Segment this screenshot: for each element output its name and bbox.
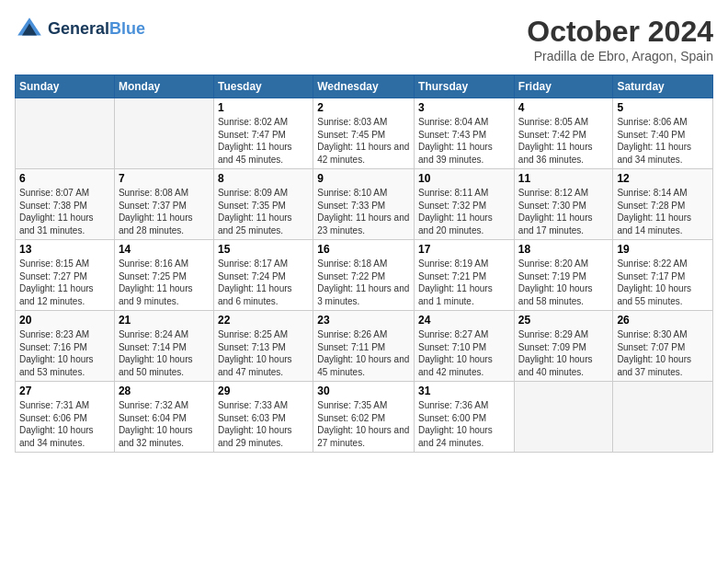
calendar-cell: 27Sunrise: 7:31 AMSunset: 6:06 PMDayligh… — [16, 382, 115, 453]
day-number: 9 — [317, 172, 410, 185]
calendar-week-5: 27Sunrise: 7:31 AMSunset: 6:06 PMDayligh… — [16, 382, 713, 453]
calendar-week-1: 1Sunrise: 8:02 AMSunset: 7:47 PMDaylight… — [16, 98, 713, 169]
day-info: Sunrise: 8:02 AMSunset: 7:47 PMDaylight:… — [218, 116, 309, 166]
calendar-cell: 7Sunrise: 8:08 AMSunset: 7:37 PMDaylight… — [114, 169, 213, 240]
day-info: Sunrise: 8:27 AMSunset: 7:10 PMDaylight:… — [418, 328, 510, 378]
calendar-cell: 6Sunrise: 8:07 AMSunset: 7:38 PMDaylight… — [16, 169, 115, 240]
day-info: Sunrise: 8:26 AMSunset: 7:11 PMDaylight:… — [317, 328, 410, 378]
day-number: 16 — [317, 243, 410, 256]
calendar-cell: 26Sunrise: 8:30 AMSunset: 7:07 PMDayligh… — [613, 311, 713, 382]
day-header-saturday: Saturday — [613, 75, 713, 98]
calendar-cell: 23Sunrise: 8:26 AMSunset: 7:11 PMDayligh… — [313, 311, 415, 382]
location-subtitle: Pradilla de Ebro, Aragon, Spain — [527, 49, 713, 63]
day-header-tuesday: Tuesday — [213, 75, 313, 98]
day-header-friday: Friday — [514, 75, 613, 98]
day-info: Sunrise: 8:09 AMSunset: 7:35 PMDaylight:… — [218, 187, 309, 236]
calendar-cell: 22Sunrise: 8:25 AMSunset: 7:13 PMDayligh… — [213, 311, 313, 382]
calendar-cell: 4Sunrise: 8:05 AMSunset: 7:42 PMDaylight… — [514, 98, 613, 169]
calendar-cell: 14Sunrise: 8:16 AMSunset: 7:25 PMDayligh… — [114, 240, 213, 311]
day-info: Sunrise: 8:18 AMSunset: 7:22 PMDaylight:… — [317, 258, 410, 307]
day-number: 5 — [617, 101, 709, 114]
calendar-cell: 24Sunrise: 8:27 AMSunset: 7:10 PMDayligh… — [415, 311, 515, 382]
day-number: 30 — [317, 385, 410, 397]
day-number: 21 — [119, 314, 210, 327]
day-info: Sunrise: 8:15 AMSunset: 7:27 PMDaylight:… — [19, 258, 110, 307]
calendar-cell: 20Sunrise: 8:23 AMSunset: 7:16 PMDayligh… — [16, 311, 115, 382]
day-info: Sunrise: 8:16 AMSunset: 7:25 PMDaylight:… — [119, 258, 210, 307]
day-info: Sunrise: 8:29 AMSunset: 7:09 PMDaylight:… — [518, 328, 609, 378]
day-info: Sunrise: 8:19 AMSunset: 7:21 PMDaylight:… — [418, 258, 510, 307]
calendar-cell: 16Sunrise: 8:18 AMSunset: 7:22 PMDayligh… — [313, 240, 415, 311]
calendar-cell: 13Sunrise: 8:15 AMSunset: 7:27 PMDayligh… — [16, 240, 115, 311]
day-header-thursday: Thursday — [415, 75, 515, 98]
day-info: Sunrise: 8:24 AMSunset: 7:14 PMDaylight:… — [119, 328, 210, 378]
calendar-cell: 11Sunrise: 8:12 AMSunset: 7:30 PMDayligh… — [514, 169, 613, 240]
calendar-table: SundayMondayTuesdayWednesdayThursdayFrid… — [15, 75, 713, 453]
day-number: 24 — [418, 314, 510, 327]
day-number: 12 — [617, 172, 709, 185]
day-number: 25 — [518, 314, 609, 327]
day-info: Sunrise: 8:11 AMSunset: 7:32 PMDaylight:… — [418, 187, 510, 236]
logo-icon — [15, 15, 44, 44]
day-info: Sunrise: 8:22 AMSunset: 7:17 PMDaylight:… — [617, 258, 709, 307]
calendar-cell: 12Sunrise: 8:14 AMSunset: 7:28 PMDayligh… — [613, 169, 713, 240]
day-number: 31 — [418, 385, 510, 397]
calendar-cell — [613, 382, 713, 453]
day-info: Sunrise: 8:08 AMSunset: 7:37 PMDaylight:… — [119, 187, 210, 236]
calendar-cell: 29Sunrise: 7:33 AMSunset: 6:03 PMDayligh… — [213, 382, 313, 453]
calendar-cell: 2Sunrise: 8:03 AMSunset: 7:45 PMDaylight… — [313, 98, 415, 169]
day-number: 11 — [518, 172, 609, 185]
day-info: Sunrise: 8:23 AMSunset: 7:16 PMDaylight:… — [19, 328, 110, 378]
calendar-cell: 9Sunrise: 8:10 AMSunset: 7:33 PMDaylight… — [313, 169, 415, 240]
day-number: 10 — [418, 172, 510, 185]
day-info: Sunrise: 8:07 AMSunset: 7:38 PMDaylight:… — [19, 187, 110, 236]
calendar-cell: 28Sunrise: 7:32 AMSunset: 6:04 PMDayligh… — [114, 382, 213, 453]
calendar-header-row: SundayMondayTuesdayWednesdayThursdayFrid… — [16, 75, 713, 98]
day-info: Sunrise: 8:06 AMSunset: 7:40 PMDaylight:… — [617, 116, 709, 166]
day-number: 18 — [518, 243, 609, 256]
day-info: Sunrise: 8:03 AMSunset: 7:45 PMDaylight:… — [317, 116, 410, 166]
day-info: Sunrise: 8:25 AMSunset: 7:13 PMDaylight:… — [218, 328, 309, 378]
day-info: Sunrise: 8:12 AMSunset: 7:30 PMDaylight:… — [518, 187, 609, 236]
day-number: 6 — [19, 172, 110, 185]
day-info: Sunrise: 7:32 AMSunset: 6:04 PMDaylight:… — [119, 399, 210, 449]
title-block: October 2024 Pradilla de Ebro, Aragon, S… — [527, 15, 713, 63]
day-number: 1 — [218, 101, 309, 114]
calendar-week-4: 20Sunrise: 8:23 AMSunset: 7:16 PMDayligh… — [16, 311, 713, 382]
logo: GeneralBlue — [15, 15, 145, 44]
calendar-week-3: 13Sunrise: 8:15 AMSunset: 7:27 PMDayligh… — [16, 240, 713, 311]
day-number: 23 — [317, 314, 410, 327]
calendar-cell: 31Sunrise: 7:36 AMSunset: 6:00 PMDayligh… — [415, 382, 515, 453]
day-number: 28 — [119, 385, 210, 397]
day-number: 15 — [218, 243, 309, 256]
day-number: 7 — [119, 172, 210, 185]
day-number: 19 — [617, 243, 709, 256]
month-title: October 2024 — [527, 15, 713, 49]
day-info: Sunrise: 8:14 AMSunset: 7:28 PMDaylight:… — [617, 187, 709, 236]
day-info: Sunrise: 7:35 AMSunset: 6:02 PMDaylight:… — [317, 399, 410, 449]
day-info: Sunrise: 8:10 AMSunset: 7:33 PMDaylight:… — [317, 187, 410, 236]
logo-text: GeneralBlue — [48, 20, 145, 39]
day-number: 29 — [218, 385, 309, 397]
day-number: 8 — [218, 172, 309, 185]
calendar-cell: 10Sunrise: 8:11 AMSunset: 7:32 PMDayligh… — [415, 169, 515, 240]
day-number: 27 — [19, 385, 110, 397]
calendar-cell: 21Sunrise: 8:24 AMSunset: 7:14 PMDayligh… — [114, 311, 213, 382]
calendar-cell: 18Sunrise: 8:20 AMSunset: 7:19 PMDayligh… — [514, 240, 613, 311]
calendar-cell: 8Sunrise: 8:09 AMSunset: 7:35 PMDaylight… — [213, 169, 313, 240]
day-number: 22 — [218, 314, 309, 327]
day-number: 2 — [317, 101, 410, 114]
day-info: Sunrise: 8:04 AMSunset: 7:43 PMDaylight:… — [418, 116, 510, 166]
day-number: 14 — [119, 243, 210, 256]
day-info: Sunrise: 7:31 AMSunset: 6:06 PMDaylight:… — [19, 399, 110, 449]
day-header-sunday: Sunday — [16, 75, 115, 98]
day-number: 4 — [518, 101, 609, 114]
calendar-cell: 3Sunrise: 8:04 AMSunset: 7:43 PMDaylight… — [415, 98, 515, 169]
day-info: Sunrise: 7:36 AMSunset: 6:00 PMDaylight:… — [418, 399, 510, 449]
day-info: Sunrise: 8:17 AMSunset: 7:24 PMDaylight:… — [218, 258, 309, 307]
day-number: 3 — [418, 101, 510, 114]
day-number: 26 — [617, 314, 709, 327]
day-header-monday: Monday — [114, 75, 213, 98]
calendar-cell — [16, 98, 115, 169]
calendar-cell — [114, 98, 213, 169]
